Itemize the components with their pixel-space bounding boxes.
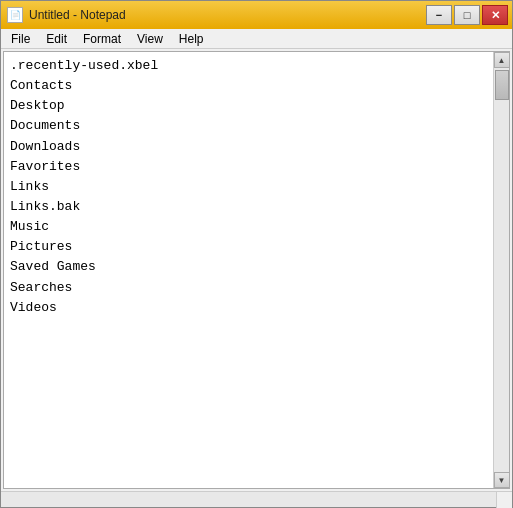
title-bar: 📄 Untitled - Notepad − □ ✕ xyxy=(1,1,512,29)
close-button[interactable]: ✕ xyxy=(482,5,508,25)
title-bar-left: 📄 Untitled - Notepad xyxy=(7,7,126,23)
menu-file[interactable]: File xyxy=(3,29,38,48)
minimize-button[interactable]: − xyxy=(426,5,452,25)
horizontal-scrollbar-area xyxy=(1,491,512,507)
notepad-window: 📄 Untitled - Notepad − □ ✕ File Edit For… xyxy=(0,0,513,508)
vertical-scrollbar[interactable]: ▲ ▼ xyxy=(493,52,509,488)
maximize-button[interactable]: □ xyxy=(454,5,480,25)
scrollbar-corner xyxy=(496,492,512,508)
scroll-thumb[interactable] xyxy=(495,70,509,100)
menu-bar: File Edit Format View Help xyxy=(1,29,512,49)
menu-help[interactable]: Help xyxy=(171,29,212,48)
window-title: Untitled - Notepad xyxy=(29,8,126,22)
menu-edit[interactable]: Edit xyxy=(38,29,75,48)
menu-format[interactable]: Format xyxy=(75,29,129,48)
app-icon: 📄 xyxy=(7,7,23,23)
text-editor[interactable]: .recently-used.xbel Contacts Desktop Doc… xyxy=(4,52,493,488)
menu-view[interactable]: View xyxy=(129,29,171,48)
text-area-wrapper: .recently-used.xbel Contacts Desktop Doc… xyxy=(3,51,510,489)
scroll-track[interactable] xyxy=(494,68,509,472)
window-controls: − □ ✕ xyxy=(426,5,508,25)
scroll-down-button[interactable]: ▼ xyxy=(494,472,510,488)
scroll-up-button[interactable]: ▲ xyxy=(494,52,510,68)
horizontal-scroll-track[interactable] xyxy=(1,492,496,507)
